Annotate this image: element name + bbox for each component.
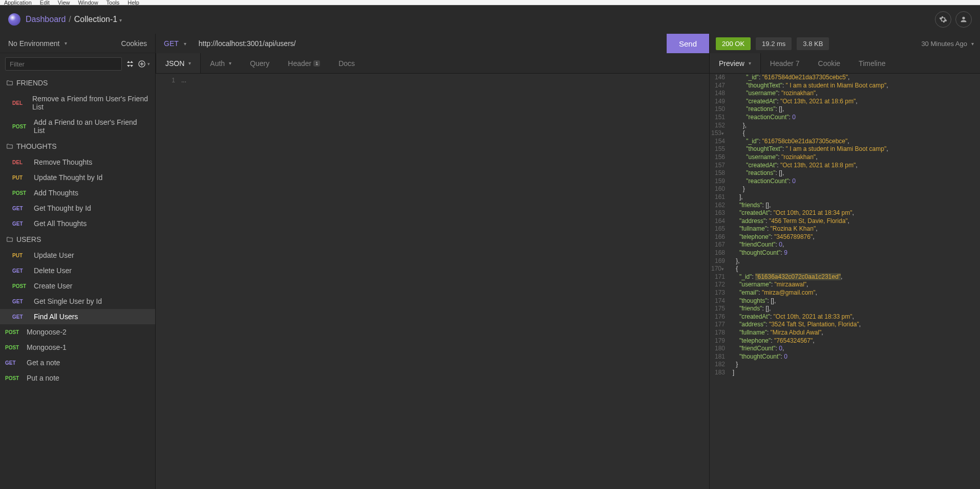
request-name: Mongoose-1 — [27, 343, 67, 351]
request-item[interactable]: PUTUpdate User — [0, 248, 155, 263]
code-line: 160 } — [710, 185, 980, 193]
method-dropdown[interactable]: GET — [156, 39, 195, 48]
code-line: 153▾ { — [710, 129, 980, 138]
request-name: Get a note — [27, 359, 60, 367]
response-status: 200 OK — [716, 37, 751, 50]
sort-icon — [127, 61, 133, 67]
folder-thoughts[interactable]: THOUGHTS — [0, 138, 155, 154]
request-item[interactable]: POSTAdd a Friend to an User's Friend Lis… — [0, 115, 155, 138]
request-item[interactable]: POSTMongoose-2 — [0, 324, 155, 340]
menu-edit[interactable]: Edit — [40, 0, 50, 6]
method-badge: PUT — [12, 175, 29, 181]
request-item[interactable]: POSTCreate User — [0, 278, 155, 294]
response-time: 19.2 ms — [756, 37, 792, 50]
code-line: 178 "fullname": "Mirza Abdul Awal", — [710, 329, 980, 337]
menu-window[interactable]: Window — [78, 0, 98, 6]
response-body[interactable]: 146 "_id": "6167584d0e21da37305cebc5",14… — [710, 74, 980, 489]
folder-friends[interactable]: FRIENDS — [0, 75, 155, 91]
sort-button[interactable] — [127, 61, 133, 67]
tab-cookie[interactable]: Cookie — [809, 53, 850, 73]
request-item[interactable]: GETDelete User — [0, 263, 155, 278]
method-badge: POST — [12, 190, 29, 196]
menu-help[interactable]: Help — [127, 0, 139, 6]
response-history-dropdown[interactable]: 30 Minutes Ago — [921, 40, 974, 48]
code-line: 182 } — [710, 361, 980, 369]
tab-preview[interactable]: Preview — [710, 53, 761, 73]
method-badge: GET — [5, 360, 22, 366]
method-badge: GET — [12, 221, 29, 227]
menu-tools[interactable]: Tools — [106, 0, 120, 6]
code-line: 173 "email": "mirza@gmail.com", — [710, 289, 980, 297]
filter-input[interactable] — [5, 57, 122, 71]
tab-header[interactable]: Header 1 — [279, 53, 329, 73]
request-item[interactable]: PUTUpdate Thought by Id — [0, 170, 155, 185]
code-line: 175 "friends": [], — [710, 305, 980, 313]
cookies-link[interactable]: Cookies — [121, 39, 147, 48]
request-item[interactable]: GETGet a note — [0, 355, 155, 370]
tab-query[interactable]: Query — [241, 53, 279, 73]
request-item[interactable]: POSTPut a note — [0, 370, 155, 386]
tab-body-type[interactable]: JSON — [156, 53, 201, 73]
method-badge: GET — [12, 206, 29, 211]
request-name: Get Thought by Id — [34, 204, 91, 212]
request-item[interactable]: GETGet All Thoughts — [0, 216, 155, 231]
request-item[interactable]: GETGet Thought by Id — [0, 201, 155, 216]
code-line: 172 "username": "mirzaawal", — [710, 281, 980, 289]
method-badge: GET — [12, 268, 29, 274]
breadcrumb-sep: / — [69, 15, 71, 24]
request-panel: GET Send JSON Auth Query Header 1 Docs 1… — [156, 34, 710, 489]
request-item[interactable]: POSTAdd Thoughts — [0, 185, 155, 201]
code-line: 154 "_id": "616758cb0e21da37305cebce", — [710, 138, 980, 146]
request-item[interactable]: GETGet Single User by Id — [0, 294, 155, 309]
menu-application[interactable]: Application — [4, 0, 32, 6]
method-badge: GET — [12, 314, 29, 320]
os-menubar: ApplicationEditViewWindowToolsHelp — [0, 0, 980, 5]
code-line: 176 "createdAt": "Oct 10th, 2021 at 18:3… — [710, 313, 980, 321]
tab-resp-header-badge: 7 — [796, 59, 800, 68]
code-line: 177 "address": "3524 Taft St, Plantation… — [710, 321, 980, 329]
settings-button[interactable] — [935, 11, 951, 28]
code-line: 164 "address": "456 Term St, Davie, Flor… — [710, 217, 980, 226]
tab-resp-header[interactable]: Header 7 — [761, 53, 809, 73]
request-item[interactable]: POSTMongoose-1 — [0, 340, 155, 355]
request-name: Remove Thoughts — [34, 158, 92, 166]
code-line: 163 "createdAt": "Oct 10th, 2021 at 18:3… — [710, 209, 980, 217]
code-line: 171 "_id": "61636a432c072c0aa1c231ed", — [710, 273, 980, 281]
request-name: Remove a Friend from User's Friend List — [32, 95, 149, 111]
url-input[interactable] — [195, 39, 667, 48]
request-name: Update User — [34, 251, 74, 259]
method-badge: GET — [12, 299, 29, 304]
request-name: Find All Users — [34, 313, 78, 321]
code-line: 168 "thoughtCount": 9 — [710, 249, 980, 257]
code-line: 166 "telephone": "3456789876", — [710, 233, 980, 241]
tab-auth[interactable]: Auth — [201, 53, 241, 73]
code-line: 179 "telephone": "7654324567", — [710, 337, 980, 345]
method-badge: POST — [5, 345, 22, 350]
code-line: 162 "friends": [], — [710, 202, 980, 210]
tab-timeline[interactable]: Timeline — [849, 53, 894, 73]
tab-docs[interactable]: Docs — [329, 53, 364, 73]
send-button[interactable]: Send — [667, 34, 709, 53]
code-line: 158 "reactions": [], — [710, 169, 980, 177]
menu-view[interactable]: View — [58, 0, 70, 6]
request-item[interactable]: DELRemove a Friend from User's Friend Li… — [0, 91, 155, 115]
request-item[interactable]: DELRemove Thoughts — [0, 154, 155, 170]
code-line: 181 "thoughtCount": 0 — [710, 353, 980, 361]
folder-users[interactable]: USERS — [0, 231, 155, 248]
response-panel: 200 OK 19.2 ms 3.8 KB 30 Minutes Ago Pre… — [710, 34, 980, 489]
code-line: 183 ] — [710, 369, 980, 377]
request-body-editor[interactable]: 1... — [156, 74, 709, 489]
user-icon — [960, 15, 968, 24]
code-line: 148 "username": "rozinakhan", — [710, 90, 980, 98]
breadcrumb-dashboard[interactable]: Dashboard — [26, 15, 66, 24]
breadcrumb-collection[interactable]: Collection-1 — [74, 15, 122, 24]
gear-icon — [939, 15, 947, 24]
code-line: 146 "_id": "6167584d0e21da37305cebc5", — [710, 74, 980, 82]
environment-dropdown[interactable]: No Environment — [8, 39, 67, 48]
method-badge: POST — [5, 375, 22, 381]
request-item[interactable]: GETFind All Users — [0, 309, 155, 324]
account-button[interactable] — [955, 11, 972, 28]
method-badge: POST — [12, 283, 29, 289]
code-line: 170▾ { — [710, 265, 980, 273]
add-button[interactable] — [138, 60, 150, 68]
